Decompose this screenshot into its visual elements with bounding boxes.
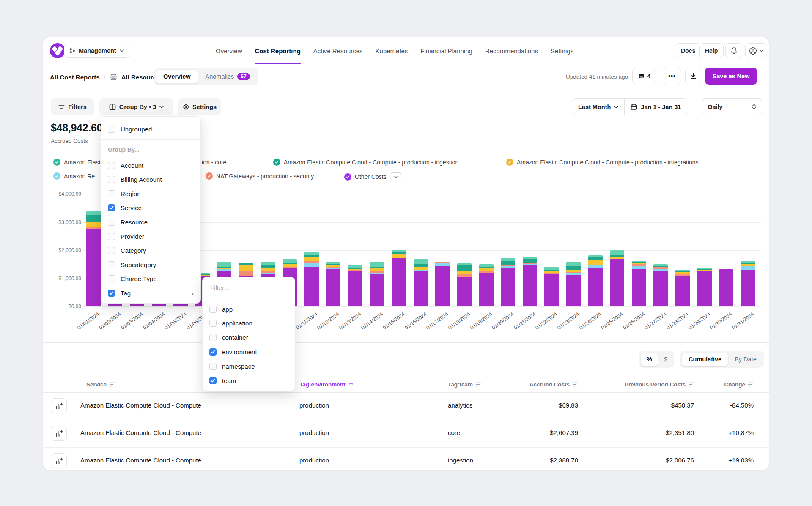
bar-01/16/2024[interactable] [414, 259, 428, 306]
group-by-button[interactable]: Group By • 3 [99, 98, 173, 115]
cell-previous: $450.37 [593, 402, 694, 409]
account-button[interactable] [745, 43, 767, 58]
column-header-service[interactable]: Service [86, 376, 115, 392]
bar-01/20/2024[interactable] [501, 258, 515, 306]
column-header-accrued-costs[interactable]: Accrued Costs [485, 376, 578, 392]
menu-item-provider[interactable]: Provider [101, 230, 200, 243]
nav-tab-recommendations[interactable]: Recommendations [485, 37, 538, 64]
bar-01/15/2024[interactable] [392, 250, 406, 306]
legend-label: NAT Gateways - production - security [216, 173, 314, 180]
bar-01/30/2024[interactable] [719, 269, 733, 306]
bar-01/01/2024[interactable] [86, 211, 101, 306]
app-logo-icon[interactable] [50, 43, 65, 58]
x-axis-tick: 01/01/2024 [59, 311, 100, 343]
bar-01/31/2024[interactable] [741, 261, 755, 306]
filter-icon [58, 104, 65, 109]
tag-item-container[interactable]: container [203, 331, 295, 344]
bar-01/11/2024[interactable] [304, 252, 319, 306]
menu-item-tag[interactable]: Tag› [101, 287, 200, 299]
nav-tab-active-resources[interactable]: Active Resources [313, 37, 363, 64]
column-header-tag-team[interactable]: Tag:team [448, 376, 481, 392]
notifications-button[interactable] [725, 43, 742, 58]
bar-01/23/2024[interactable] [566, 262, 581, 306]
bar-01/27/2024[interactable] [653, 264, 668, 306]
bar-01/19/2024[interactable] [479, 264, 494, 306]
x-axis-tick: 01/04/2024 [125, 311, 166, 343]
cell-environment: production [299, 402, 329, 409]
filters-button[interactable]: Filters [51, 98, 94, 115]
bar-01/18/2024[interactable] [457, 263, 472, 306]
legend-item-amazon-elastic-compute-cloud-compute-pro[interactable]: Amazon Elastic Compute Cloud - Compute -… [273, 159, 458, 166]
comments-button[interactable]: 4 [632, 68, 656, 84]
granularity-select[interactable]: Daily [702, 98, 762, 115]
settings-button[interactable]: Settings [178, 98, 221, 115]
add-to-chart-button[interactable] [51, 453, 67, 468]
docs-button[interactable]: Docs [675, 43, 701, 58]
workspace-switcher[interactable]: Management [64, 44, 129, 58]
check-circle-icon [506, 159, 513, 166]
menu-item-account[interactable]: Account [101, 159, 200, 172]
sort-icon [476, 382, 481, 387]
bar-01/29/2024[interactable] [697, 268, 712, 306]
column-header-previous-period-costs[interactable]: Previous Period Costs [593, 376, 694, 392]
legend-label: Other Costs [355, 173, 387, 180]
bar-01/22/2024[interactable] [544, 267, 559, 306]
download-button[interactable] [685, 68, 701, 84]
bar-01/28/2024[interactable] [675, 270, 690, 306]
add-to-chart-button[interactable] [51, 426, 67, 441]
menu-item-service[interactable]: Service [101, 202, 200, 214]
bar-01/21/2024[interactable] [523, 257, 537, 306]
menu-item-billing-account[interactable]: Billing Account [101, 173, 200, 186]
by-date-toggle[interactable]: By Date [729, 353, 762, 366]
tag-item-team[interactable]: team [203, 374, 295, 387]
bar-segment-other-costs [544, 274, 559, 306]
nav-tab-settings[interactable]: Settings [551, 37, 573, 64]
percent-toggle[interactable]: % [641, 353, 658, 366]
menu-item-region[interactable]: Region [101, 187, 200, 200]
legend-item-amazon-elastic-compute-cloud-compute-pro[interactable]: Amazon Elastic Compute Cloud - Compute -… [506, 159, 699, 166]
help-button[interactable]: Help [699, 43, 724, 58]
menu-item-charge-type[interactable]: Charge Type [101, 273, 200, 285]
menu-item-resource[interactable]: Resource [101, 216, 200, 228]
legend-item-other-costs[interactable]: Other Costs [344, 172, 401, 181]
column-header-tag-environment[interactable]: Tag:environment [299, 376, 354, 392]
tag-item-application[interactable]: application [203, 317, 295, 330]
x-axis-tick: 01/17/2024 [408, 311, 449, 343]
tag-item-app[interactable]: app [203, 303, 295, 315]
range-preset-button[interactable]: Last Month [572, 99, 624, 115]
tab-anomalies[interactable]: Anomalies57 [199, 69, 257, 84]
nav-tab-kubernetes[interactable]: Kubernetes [376, 37, 408, 64]
date-range-button[interactable]: Jan 1 - Jan 31 [624, 99, 687, 115]
cell-accrued: $2,388.70 [485, 457, 578, 464]
bar-01/12/2024[interactable] [326, 262, 340, 306]
save-as-new-button[interactable]: Save as New [705, 68, 757, 85]
menu-item-category[interactable]: Category [101, 244, 200, 257]
bar-01/17/2024[interactable] [435, 262, 450, 306]
tab-overview[interactable]: Overview [156, 69, 198, 84]
add-to-chart-button[interactable] [51, 398, 67, 413]
check-circle-icon [206, 172, 213, 180]
bar-01/14/2024[interactable] [370, 262, 384, 306]
bar-segment-amazon-elastic-compute-cloud-c [370, 262, 384, 267]
menu-item-ungrouped[interactable]: Ungrouped [101, 123, 200, 135]
column-header-change[interactable]: Change [686, 376, 754, 392]
dollar-toggle[interactable]: $ [659, 353, 672, 366]
checkbox-unchecked [108, 275, 115, 282]
breadcrumb-report[interactable]: All Cost Reports [50, 74, 100, 81]
more-actions-button[interactable]: ••• [663, 68, 681, 84]
legend-item-nat-gateways-production-security[interactable]: NAT Gateways - production - security [206, 172, 314, 180]
legend-expand-button[interactable] [391, 172, 401, 181]
tag-item-namespace[interactable]: namespace [203, 360, 295, 372]
tag-filter-input[interactable]: Filter... [210, 284, 229, 291]
nav-tab-overview[interactable]: Overview [216, 37, 242, 64]
bar-01/13/2024[interactable] [348, 265, 362, 306]
bar-01/25/2024[interactable] [610, 250, 624, 306]
legend-item-amazon-re[interactable]: Amazon Re [53, 172, 95, 180]
menu-item-subcategory[interactable]: Subcategory [101, 258, 200, 271]
cumulative-toggle[interactable]: Cumulative [682, 353, 728, 366]
bar-01/26/2024[interactable] [632, 261, 646, 306]
nav-tab-financial-planning[interactable]: Financial Planning [420, 37, 472, 64]
tag-item-environment[interactable]: environment [203, 345, 295, 358]
nav-tab-cost-reporting[interactable]: Cost Reporting [255, 37, 301, 64]
bar-01/24/2024[interactable] [588, 255, 603, 306]
